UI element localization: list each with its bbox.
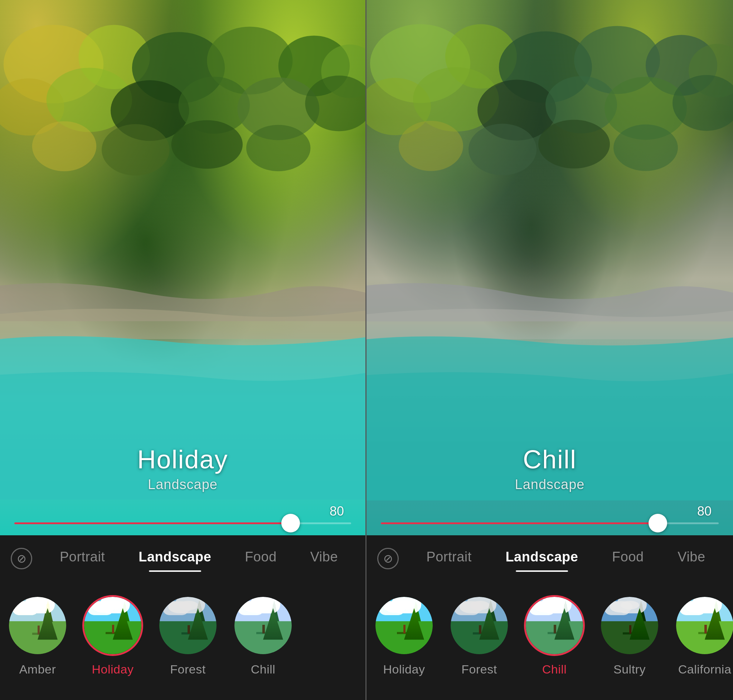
filter-scroll-left[interactable]: Amber — [0, 571, 366, 700]
tab-bar-left: ⊘ Portrait Landscape Food Vibe — [0, 535, 366, 571]
svg-point-26 — [103, 600, 122, 610]
tab-vibe-right[interactable]: Vibe — [670, 546, 712, 572]
svg-rect-87 — [554, 625, 556, 634]
filter-thumb-holiday-right — [374, 595, 435, 656]
svg-rect-39 — [188, 625, 190, 634]
tab-items-right: Portrait Landscape Food Vibe — [410, 546, 722, 572]
filter-item-holiday-right[interactable]: Holiday — [374, 595, 435, 676]
no-filter-button-right[interactable]: ⊘ — [377, 548, 399, 569]
slider-thumb-left[interactable] — [281, 514, 300, 532]
filter-name-right: Chill — [523, 445, 577, 474]
filter-label-chill-right: Chill — [542, 662, 567, 676]
svg-rect-79 — [479, 625, 481, 634]
svg-rect-23 — [38, 625, 40, 634]
filter-thumb-img-california — [676, 597, 733, 654]
filter-item-forest-left[interactable]: Forest — [157, 595, 218, 676]
left-panel: Holiday Landscape 80 ⊘ Portrait — [0, 0, 366, 700]
svg-point-73 — [460, 601, 483, 613]
filter-thumb-img-chill-right — [526, 597, 583, 654]
filter-label-sultry: Sultry — [614, 662, 646, 676]
slider-thumb-right[interactable] — [649, 514, 667, 532]
tab-landscape-left[interactable]: Landscape — [131, 546, 218, 572]
tab-landscape-right[interactable]: Landscape — [498, 546, 585, 572]
svg-point-65 — [384, 601, 407, 613]
filter-thumb-holiday-left — [82, 595, 143, 656]
slider-track-fill-left — [14, 522, 291, 524]
filter-category-right: Landscape — [515, 477, 585, 492]
svg-point-89 — [610, 601, 633, 613]
filter-label-chill-left: Chill — [251, 662, 276, 676]
filter-overlay-right: Chill Landscape — [366, 445, 733, 492]
tab-vibe-left[interactable]: Vibe — [303, 546, 345, 572]
no-filter-button-left[interactable]: ⊘ — [11, 548, 32, 569]
filter-scroll-right[interactable]: Holiday — [366, 571, 733, 700]
tab-landscape-underline-right — [516, 571, 568, 572]
svg-point-97 — [685, 600, 709, 613]
filter-label-forest-left: Forest — [170, 662, 206, 676]
tab-portrait-right[interactable]: Portrait — [419, 546, 479, 572]
filter-item-sultry[interactable]: Sultry — [599, 595, 660, 676]
filter-item-forest-right[interactable]: Forest — [449, 595, 510, 676]
slider-track-right[interactable] — [381, 522, 719, 525]
tab-vibe-label-left: Vibe — [310, 549, 338, 565]
right-panel: Chill Landscape 80 ⊘ Portrait — [366, 0, 733, 700]
svg-point-25 — [93, 601, 115, 613]
filter-label-california: California — [678, 662, 732, 676]
filter-thumb-img-amber — [9, 597, 66, 654]
filter-thumb-chill-left — [233, 595, 294, 656]
tab-items-left: Portrait Landscape Food Vibe — [43, 546, 355, 572]
filter-thumb-forest-right — [449, 595, 510, 656]
filter-item-amber[interactable]: Amber — [7, 595, 68, 676]
filter-thumb-forest-left — [157, 595, 218, 656]
filter-item-california[interactable]: California — [674, 595, 733, 676]
tab-portrait-left[interactable]: Portrait — [53, 546, 112, 572]
filter-thumb-chill-right — [524, 595, 585, 656]
filter-thumb-california — [674, 595, 733, 656]
filter-thumb-amber — [7, 595, 68, 656]
svg-rect-16 — [9, 597, 66, 621]
tab-landscape-label-left: Landscape — [138, 549, 211, 565]
tab-landscape-label-right: Landscape — [505, 549, 578, 565]
tab-landscape-underline-left — [149, 571, 201, 572]
slider-value-right: 80 — [697, 504, 711, 519]
tab-food-left[interactable]: Food — [238, 546, 284, 572]
slider-area-right[interactable]: 80 — [381, 504, 719, 525]
filter-thumb-img-forest-left — [159, 597, 216, 654]
filter-item-chill-left[interactable]: Chill — [233, 595, 294, 676]
svg-rect-71 — [403, 625, 405, 634]
svg-rect-47 — [262, 625, 265, 634]
filter-thumb-img-forest-right — [451, 597, 508, 654]
tab-portrait-label-right: Portrait — [426, 549, 472, 565]
slider-value-left: 80 — [330, 504, 344, 519]
filter-category-left: Landscape — [148, 477, 217, 492]
slider-track-left[interactable] — [14, 522, 351, 525]
svg-rect-31 — [112, 625, 114, 634]
tab-food-right[interactable]: Food — [605, 546, 651, 572]
filter-label-holiday-left: Holiday — [92, 662, 134, 676]
svg-point-82 — [546, 600, 566, 610]
tab-food-label-left: Food — [245, 549, 277, 565]
bottom-ui-right: ⊘ Portrait Landscape Food Vibe — [366, 535, 733, 700]
tab-bar-right: ⊘ Portrait Landscape Food Vibe — [366, 535, 733, 571]
bottom-ui-left: ⊘ Portrait Landscape Food Vibe — [0, 535, 366, 700]
photo-area-right: Chill Landscape 80 — [366, 0, 733, 535]
svg-point-33 — [168, 601, 192, 613]
svg-rect-72 — [451, 597, 508, 621]
slider-area-left[interactable]: 80 — [14, 504, 351, 525]
filter-label-amber: Amber — [19, 662, 56, 676]
svg-rect-88 — [601, 597, 658, 621]
svg-point-98 — [696, 600, 715, 609]
tab-portrait-label-left: Portrait — [60, 549, 105, 565]
filter-item-chill-right[interactable]: Chill — [524, 595, 585, 676]
filter-thumb-sultry — [599, 595, 660, 656]
no-filter-icon-right: ⊘ — [383, 553, 393, 564]
photo-area-left: Holiday Landscape 80 — [0, 0, 366, 535]
filter-overlay-left: Holiday Landscape — [0, 445, 366, 492]
tab-food-label-right: Food — [612, 549, 644, 565]
filter-thumb-img-chill-left — [234, 597, 292, 654]
filter-label-holiday-right: Holiday — [383, 662, 425, 676]
svg-point-90 — [621, 601, 639, 609]
svg-point-74 — [470, 601, 490, 610]
slider-track-fill-right — [381, 522, 658, 524]
filter-item-holiday-left[interactable]: Holiday — [82, 595, 143, 676]
